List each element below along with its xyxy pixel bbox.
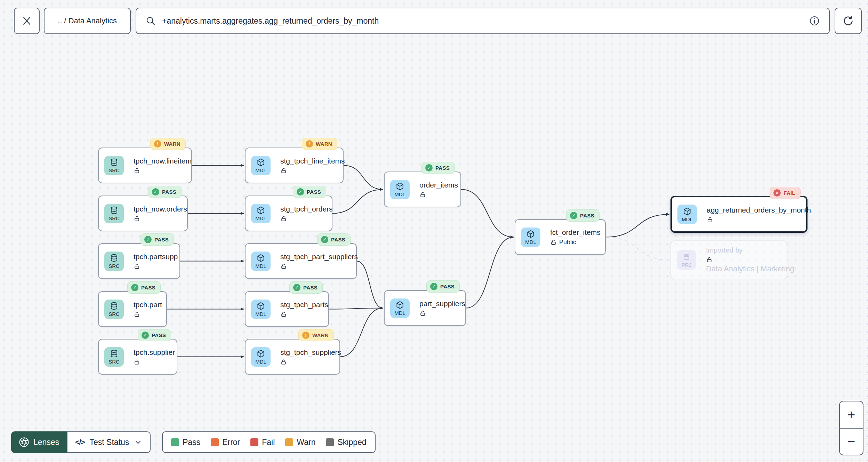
lenses-button[interactable]: Lenses [11, 431, 67, 453]
node-label: stg_tpch_line_items [280, 157, 345, 165]
node-label: tpch.supplier [134, 348, 175, 357]
lock-open-icon [280, 215, 287, 222]
node-type-chip: MDL [251, 252, 271, 271]
status-icon: ✓ [142, 332, 149, 339]
legend-swatch [211, 438, 219, 446]
edge-part_suppliers-to-fct_order_items [466, 237, 514, 308]
legend-swatch [285, 438, 293, 446]
status-badge: ✓ PASS [140, 233, 174, 246]
cube-icon [256, 206, 265, 215]
legend-item: Warn [285, 438, 315, 447]
node-access [134, 359, 175, 365]
edge-stg_orders-to-order_items [332, 190, 383, 214]
lineage-node-src_supplier[interactable]: ✓ PASS SRC tpch.supplier [98, 339, 177, 375]
database-icon [110, 158, 119, 167]
node-type-chip: SRC [104, 300, 124, 319]
node-access [280, 311, 328, 318]
node-type-chip: MDL [251, 300, 271, 319]
database-icon [110, 302, 119, 311]
status-badge: ✓ PASS [426, 280, 460, 293]
edge-order_items-to-fct_order_items [461, 190, 514, 237]
status-icon: ✓ [297, 188, 304, 196]
node-type-chip: PRJ [677, 250, 696, 270]
status-icon: ✓ [152, 188, 159, 196]
lineage-node-imported_project[interactable]: PRJ Imported by Data Analytics | Marketi… [670, 240, 787, 279]
status-icon: ✓ [570, 212, 577, 219]
zoom-out-button[interactable]: − [840, 429, 863, 455]
cube-icon [256, 254, 265, 263]
cube-icon [256, 158, 265, 167]
legend-item: Fail [250, 438, 275, 447]
cube-icon [256, 302, 265, 311]
node-label: stg_tpch_suppliers [280, 348, 341, 357]
node-label: tpch_now.lineitem [134, 157, 192, 165]
lineage-app: .. / Data Analytics ! WARN SRC [0, 0, 868, 462]
lineage-node-stg_orders[interactable]: ✓ PASS MDL stg_tpch_orders [245, 196, 332, 231]
node-type-chip: MDL [390, 298, 410, 318]
status-icon: ✓ [293, 284, 300, 291]
node-type-chip: MDL [251, 347, 271, 367]
node-type-chip: SRC [104, 156, 124, 175]
edge-stg_suppliers-to-part_suppliers [340, 308, 383, 357]
lineage-node-part_suppliers[interactable]: ✓ PASS MDL part_suppliers [384, 290, 466, 326]
node-label: stg_tpch_parts [280, 301, 328, 309]
lineage-node-stg_line_items[interactable]: ! WARN MDL stg_tpch_line_items [245, 148, 344, 183]
cube-icon [256, 349, 265, 358]
lens-selector-dropdown[interactable]: </> Test Status [67, 431, 151, 453]
node-label: Imported by [706, 246, 794, 254]
lineage-node-src_lineitem[interactable]: ! WARN SRC tpch_now.lineitem [98, 148, 192, 183]
database-icon [110, 254, 119, 263]
node-label: tpch.partsupp [134, 253, 178, 261]
lineage-node-src_part[interactable]: ✓ PASS SRC tpch.part [98, 291, 167, 327]
database-icon [110, 206, 119, 215]
status-icon: ! [154, 140, 161, 148]
lineage-node-src_orders[interactable]: ✓ PASS SRC tpch_now.orders [98, 196, 188, 231]
lock-open-icon [707, 216, 713, 223]
node-type-chip: MDL [251, 204, 271, 223]
stack-icon [682, 253, 691, 262]
lineage-canvas[interactable]: ! WARN SRC tpch_now.lineitem ✓ PASS [0, 0, 868, 462]
lineage-node-stg_part_suppliers[interactable]: ✓ PASS MDL stg_tpch_part_suppliers [245, 243, 357, 279]
lock-open-icon [134, 359, 140, 365]
legend-item: Error [211, 438, 240, 447]
node-label: part_suppliers [419, 300, 465, 308]
database-icon [110, 349, 119, 358]
edge-stg_part_suppliers-to-part_suppliers [357, 261, 383, 308]
lineage-node-stg_suppliers[interactable]: ! WARN MDL stg_tpch_suppliers [245, 339, 340, 375]
status-badge: ✓ PASS [148, 186, 182, 198]
node-label: agg_returned_orders_by_month [707, 206, 811, 214]
status-icon: ✓ [430, 283, 437, 290]
lineage-node-fct_order_items[interactable]: ✓ PASS MDL fct_order_items Public [515, 219, 606, 255]
lock-open-icon [706, 256, 713, 263]
status-icon: ✓ [425, 164, 433, 172]
node-access [419, 191, 458, 198]
node-label: order_items [419, 181, 458, 189]
legend-swatch [326, 438, 334, 446]
node-type-chip: MDL [677, 205, 697, 224]
lock-open-icon [280, 263, 287, 270]
zoom-in-button[interactable]: + [840, 401, 863, 428]
lock-open-icon [419, 191, 426, 198]
node-access [280, 263, 358, 270]
node-access [134, 311, 162, 318]
status-icon: ! [302, 332, 310, 339]
legend-swatch [171, 438, 179, 446]
node-type-chip: MDL [390, 180, 410, 199]
cube-icon [526, 230, 535, 239]
edge-stg_parts-to-part_suppliers [329, 308, 383, 309]
node-label: tpch_now.orders [134, 205, 187, 213]
node-type-chip: SRC [104, 204, 124, 223]
status-icon: ✓ [131, 284, 138, 291]
status-badge: ! WARN [302, 138, 337, 150]
status-icon: ! [306, 140, 313, 148]
legend-item: Pass [171, 438, 200, 447]
lineage-node-stg_parts[interactable]: ✓ PASS MDL stg_tpch_parts [245, 291, 329, 327]
lineage-node-agg_returned_orders_by_month[interactable]: ✕ FAIL MDL agg_returned_orders_by_month [670, 196, 807, 233]
status-icon: ✓ [144, 236, 152, 243]
legend-item: Skipped [326, 438, 366, 447]
status-badge: ✓ PASS [289, 281, 323, 294]
lineage-node-src_partsupp[interactable]: ✓ PASS SRC tpch.partsupp [98, 243, 180, 279]
chevron-down-icon [134, 438, 142, 446]
status-badge: ✓ PASS [138, 329, 171, 341]
lineage-node-order_items[interactable]: ✓ PASS MDL order_items [384, 172, 461, 207]
